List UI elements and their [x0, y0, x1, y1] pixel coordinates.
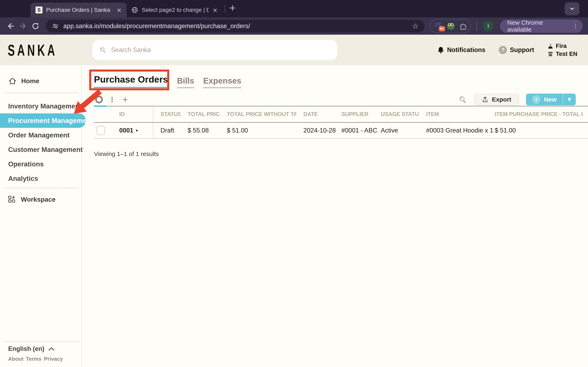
tab-search-button[interactable]	[565, 2, 579, 15]
cell-item: #0003 Great Hoodie x 1	[419, 127, 488, 134]
col-header-id[interactable]: ID	[112, 106, 153, 122]
sidebar-item-workspace[interactable]: Workspace	[0, 191, 81, 208]
extension-burst-icon[interactable]: 9+	[434, 22, 443, 31]
cell-total-price-without-tax: $ 51.00	[220, 127, 296, 134]
new-label: New	[544, 96, 557, 103]
row-expand-caret-icon[interactable]: ▾	[136, 128, 138, 133]
tab-divider	[225, 5, 225, 13]
sidebar-divider	[3, 92, 78, 93]
export-button[interactable]: Export	[474, 94, 519, 105]
sidebar-item-procurement-management[interactable]: Procurement Management	[0, 113, 86, 128]
support-button[interactable]: ? Support	[499, 46, 534, 54]
workspace-name: Test EN	[556, 50, 577, 57]
tab-title: Purchase Orders | Sanka	[46, 7, 113, 13]
export-icon	[482, 96, 489, 103]
col-header-usage-status[interactable]: USAGE STATUS	[374, 111, 419, 117]
terms-link[interactable]: Terms	[26, 356, 42, 362]
site-settings-icon[interactable]	[52, 23, 59, 30]
view-selector-icon[interactable]	[95, 96, 103, 103]
active-view-indicator	[94, 105, 106, 107]
bell-icon	[437, 46, 444, 54]
col-header-total-price-without-tax[interactable]: TOTAL PRICE WITHOUT TAX	[220, 111, 296, 117]
global-search-input[interactable]	[111, 46, 330, 54]
footer-links: About Terms Privacy	[0, 356, 81, 362]
main-content: Purchase Orders Bills Expenses ⋮ + Expor…	[82, 65, 588, 367]
address-bar[interactable]: app.sanka.io/modules/procurementmanageme…	[46, 20, 425, 33]
cell-usage-status: Active	[374, 127, 419, 134]
app-header: SANKA Notifications ? Support Fira	[0, 35, 588, 65]
about-link[interactable]: About	[8, 356, 24, 362]
sidebar-divider	[3, 188, 78, 188]
home-icon	[8, 77, 17, 85]
sidebar-item-operations[interactable]: Operations	[0, 157, 81, 171]
notifications-button[interactable]: Notifications	[437, 46, 485, 54]
notifications-label: Notifications	[447, 46, 485, 54]
tab-purchase-orders[interactable]: Purchase Orders	[94, 74, 168, 88]
extension-badge: 9+	[439, 26, 445, 31]
tab-title: Select page2 to change | Djan	[142, 7, 209, 13]
cell-total-price: $ 55.08	[181, 127, 220, 134]
page-tabs: Purchase Orders Bills Expenses	[94, 74, 588, 88]
sidebar-divider	[3, 341, 78, 342]
col-header-date[interactable]: DATE	[296, 111, 334, 117]
col-header-item-purchase-price[interactable]: ITEM PURCHASE PRICE - TOTAL I	[488, 111, 588, 117]
workspace-grid-icon	[7, 195, 16, 204]
sidebar-item-label: Home	[21, 77, 39, 85]
tab-bills[interactable]: Bills	[177, 76, 194, 88]
reload-button[interactable]	[30, 21, 41, 31]
tab-expenses[interactable]: Expenses	[203, 76, 241, 88]
bookmark-star-icon[interactable]: ☆	[412, 22, 419, 30]
browser-profile-avatar[interactable]: I	[483, 21, 493, 31]
tab-close-icon[interactable]: ×	[117, 7, 122, 14]
browser-menu-icon[interactable]: ⋮	[572, 23, 578, 29]
sidebar-item-label: Workspace	[21, 196, 56, 203]
row-checkbox[interactable]	[96, 126, 105, 135]
row-id[interactable]: 0001 ▾	[119, 127, 138, 134]
browser-toolbar: app.sanka.io/modules/procurementmanageme…	[0, 17, 588, 35]
col-header-total-price[interactable]: TOTAL PRICE	[181, 111, 220, 117]
extensions-pill: 9+	[430, 19, 471, 33]
sidebar: Home Inventory Management Procurement Ma…	[0, 65, 82, 367]
cell-status: Draft	[153, 127, 181, 134]
global-search[interactable]	[92, 40, 337, 60]
col-header-status[interactable]: STATUS	[153, 111, 181, 117]
sanka-logo[interactable]: SANKA	[8, 41, 57, 59]
user-name: Fira	[556, 43, 567, 49]
table-row[interactable]: 0001 ▾ Draft $ 55.08 $ 51.00 2024-10-28 …	[94, 123, 588, 139]
sidebar-item-order-management[interactable]: Order Management	[0, 128, 81, 142]
sidebar-item-customer-management[interactable]: Customer Management	[0, 142, 81, 157]
sidebar-item-analytics[interactable]: Analytics	[0, 171, 81, 186]
toolbar-separator	[476, 22, 477, 31]
browser-tab-inactive[interactable]: Select page2 to change | Djan ×	[127, 3, 223, 17]
new-tab-button[interactable]: +	[227, 3, 238, 12]
col-header-supplier[interactable]: SUPPLIER	[334, 111, 374, 117]
view-options-kebab-icon[interactable]: ⋮	[109, 95, 116, 104]
sidebar-item-home[interactable]: Home	[0, 73, 81, 91]
browser-tab-active[interactable]: S Purchase Orders | Sanka ×	[31, 3, 127, 17]
export-label: Export	[492, 96, 511, 103]
support-label: Support	[510, 46, 534, 54]
new-dropdown-caret[interactable]: ▼	[563, 94, 576, 105]
update-label: New Chrome available	[507, 19, 568, 33]
privacy-link[interactable]: Privacy	[44, 356, 63, 362]
back-button[interactable]	[5, 21, 16, 31]
language-selector[interactable]: English (en)	[0, 345, 81, 352]
cell-date: 2024-10-28	[296, 127, 334, 134]
add-view-button[interactable]: +	[122, 94, 128, 105]
extensions-puzzle-icon[interactable]	[459, 22, 466, 30]
chevron-up-icon	[48, 346, 55, 351]
sidebar-item-inventory-management[interactable]: Inventory Management	[0, 99, 81, 113]
table-search-icon[interactable]	[458, 95, 467, 104]
table-header-row: ID STATUS TOTAL PRICE TOTAL PRICE WITHOU…	[94, 106, 588, 123]
cell-item-purchase-price: $ 51.00	[488, 127, 588, 134]
chrome-update-button[interactable]: New Chrome available ⋮	[500, 19, 583, 33]
new-button[interactable]: + New ▼	[526, 94, 576, 105]
extension-frog-icon[interactable]	[447, 22, 455, 30]
col-header-item[interactable]: ITEM	[419, 111, 488, 117]
plus-icon: +	[532, 95, 541, 104]
forward-button[interactable]	[18, 21, 28, 31]
tab-close-icon[interactable]: ×	[213, 7, 218, 14]
sanka-favicon: S	[35, 7, 43, 13]
url-text[interactable]: app.sanka.io/modules/procurementmanageme…	[63, 22, 407, 30]
user-menu[interactable]: Fira Test EN	[548, 43, 577, 57]
